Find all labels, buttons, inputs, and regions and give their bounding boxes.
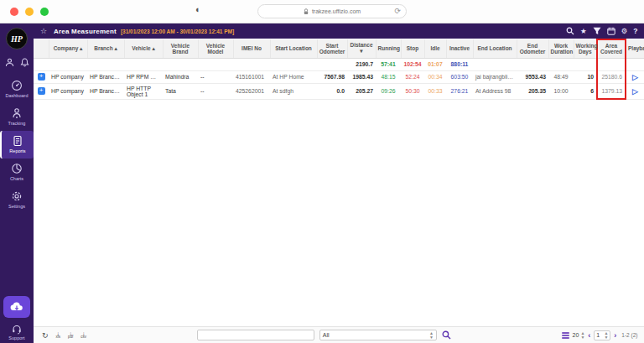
cell-area-covered: 25180.6 xyxy=(597,70,626,83)
summary-cell xyxy=(574,58,597,70)
cell-inactive: 603:50 xyxy=(446,70,473,83)
sidebar-item-tracking[interactable]: Tracking xyxy=(0,103,34,131)
expand-row-button[interactable]: + xyxy=(38,73,45,81)
export-csv-button[interactable]: ↓ csv xyxy=(80,330,86,340)
column-header-working-days[interactable]: Working Days xyxy=(574,39,597,58)
browser-titlebar: ◐ trakzee.uffizio.com ⟳ xyxy=(0,0,644,23)
summary-distance: 2190.7 xyxy=(347,58,376,70)
charts-pie-icon xyxy=(11,163,23,174)
cell-working-days: 6 xyxy=(574,83,597,99)
expand-row-button[interactable]: + xyxy=(38,87,45,95)
column-header-stop[interactable]: Stop xyxy=(401,39,424,58)
record-range-label: 1-2 (2) xyxy=(621,332,637,338)
column-header-start-odometer[interactable]: Start Odometer xyxy=(317,39,347,58)
column-header-inactive[interactable]: Inactive xyxy=(446,39,473,58)
column-header-end-location[interactable]: End Location xyxy=(473,39,517,58)
table-header-row: Company ▴ Branch ▴ Vehicle ▴ Vehicle Bra… xyxy=(34,39,644,58)
search-column-select[interactable]: All ▲▼ xyxy=(319,330,437,340)
search-icon[interactable] xyxy=(566,27,574,35)
table-search-input[interactable] xyxy=(197,330,314,340)
reports-icon xyxy=(12,135,23,147)
zoom-window-button[interactable] xyxy=(40,8,49,16)
column-header-vehicle-model[interactable]: Vehicle Model xyxy=(198,39,233,58)
favorite-star-icon[interactable]: ☆ xyxy=(40,27,47,35)
playback-button[interactable]: ▷ xyxy=(632,73,638,81)
schedule-calendar-icon[interactable] xyxy=(607,27,615,35)
cell-stop: 52:24 xyxy=(401,70,424,83)
reload-icon[interactable]: ⟳ xyxy=(394,7,401,15)
cell-distance: 205.27 xyxy=(347,83,376,99)
column-header-end-odometer[interactable]: End Odometer xyxy=(517,39,548,58)
date-range-label[interactable]: [31/01/2023 12:00 AM - 30/01/2023 12:41 … xyxy=(121,29,234,34)
help-icon[interactable]: ? xyxy=(633,28,637,35)
sidebar-item-charts[interactable]: Charts xyxy=(0,159,34,186)
cloud-download-icon xyxy=(10,302,23,312)
user-icon[interactable] xyxy=(5,58,14,67)
previous-page-button[interactable]: ‹ xyxy=(588,331,590,340)
export-pdf-button[interactable]: ↓ pdf xyxy=(68,330,73,340)
next-page-button[interactable]: › xyxy=(614,331,616,340)
cell-distance: 1985.43 xyxy=(347,70,376,83)
column-header-imei[interactable]: IMEI No xyxy=(233,39,270,58)
column-header-vehicle[interactable]: Vehicle ▴ xyxy=(124,39,163,58)
window-controls xyxy=(10,8,49,16)
page-title: Area Measurement xyxy=(54,28,117,35)
summary-cell xyxy=(473,58,517,70)
rows-per-page-icon[interactable] xyxy=(562,332,569,339)
star-icon[interactable]: ★ xyxy=(580,28,587,35)
refresh-icon[interactable]: ↻ xyxy=(42,331,49,340)
export-xls-button[interactable]: ↓ xls xyxy=(56,330,61,340)
close-window-button[interactable] xyxy=(10,8,18,16)
summary-cell xyxy=(87,58,124,70)
address-bar[interactable]: trakzee.uffizio.com ⟳ xyxy=(257,4,407,18)
page-number-input[interactable]: 1 ▲▼ xyxy=(594,330,610,340)
reader-mode-icon[interactable]: ◐ xyxy=(195,4,201,14)
settings-gear-icon xyxy=(11,190,23,202)
tracking-icon xyxy=(11,107,23,119)
cell-company: HP company xyxy=(49,70,87,83)
sidebar-item-reports[interactable]: Reports xyxy=(0,131,34,159)
column-header-playback: Playback xyxy=(626,39,644,58)
summary-cell xyxy=(198,58,233,70)
summary-idle: 01:07 xyxy=(424,58,446,70)
column-header-area-covered[interactable]: Area Covered xyxy=(597,39,626,58)
notifications-bell-icon[interactable] xyxy=(20,58,29,67)
summary-area-covered xyxy=(597,58,626,70)
column-header-vehicle-brand[interactable]: Vehicle Brand xyxy=(163,39,198,58)
page-size-select[interactable]: 20 ▲▼ xyxy=(573,331,585,340)
cell-start-odometer: 0.0 xyxy=(317,83,347,99)
cell-branch: HP Branch 1 xyxy=(87,70,124,83)
gear-icon[interactable]: ⚙ xyxy=(621,28,628,35)
sidebar-item-label: Tracking xyxy=(8,121,26,126)
cell-imei: 415161001 xyxy=(233,70,270,83)
column-header-start-location[interactable]: Start Location xyxy=(270,39,317,58)
column-header-idle[interactable]: Idle xyxy=(424,39,446,58)
cell-vehicle-brand: Mahindra xyxy=(163,70,198,83)
column-header-branch[interactable]: Branch ▴ xyxy=(87,39,124,58)
minimize-window-button[interactable] xyxy=(25,8,34,16)
table-row: + HP company HP Branch 5 HP HTTP Object … xyxy=(34,83,644,99)
column-header-distance[interactable]: Distance ▾ xyxy=(347,39,376,58)
download-manager-button[interactable] xyxy=(3,296,30,318)
company-logo[interactable]: HP xyxy=(6,28,28,49)
sidebar-item-dashboard[interactable]: Dashboard xyxy=(0,75,34,103)
sidebar-item-settings[interactable]: Settings xyxy=(0,186,34,214)
column-header-company[interactable]: Company ▴ xyxy=(49,39,87,58)
cell-start-location: At HP Home xyxy=(270,70,317,83)
column-header-work-duration[interactable]: Work Duration xyxy=(548,39,574,58)
export-label: csv xyxy=(80,335,86,340)
column-header-running[interactable]: Running xyxy=(376,39,401,58)
summary-stop: 102:54 xyxy=(401,58,424,70)
cell-end-odometer: 9553.43 xyxy=(517,70,548,83)
search-submit-icon[interactable] xyxy=(442,330,451,340)
table-footer-toolbar: ↻ ↓ xls ↓ pdf ↓ csv All ▲▼ xyxy=(34,326,644,343)
cell-end-odometer: 205.35 xyxy=(517,83,548,99)
summary-cell xyxy=(626,58,644,70)
cell-running: 09:26 xyxy=(376,83,401,99)
playback-button[interactable]: ▷ xyxy=(632,87,638,96)
sidebar-item-support[interactable]: Support xyxy=(8,325,24,340)
filter-icon[interactable] xyxy=(593,27,601,35)
url-text: trakzee.uffizio.com xyxy=(312,8,361,14)
page-size-value: 20 xyxy=(573,332,579,338)
summary-cell xyxy=(163,58,198,70)
